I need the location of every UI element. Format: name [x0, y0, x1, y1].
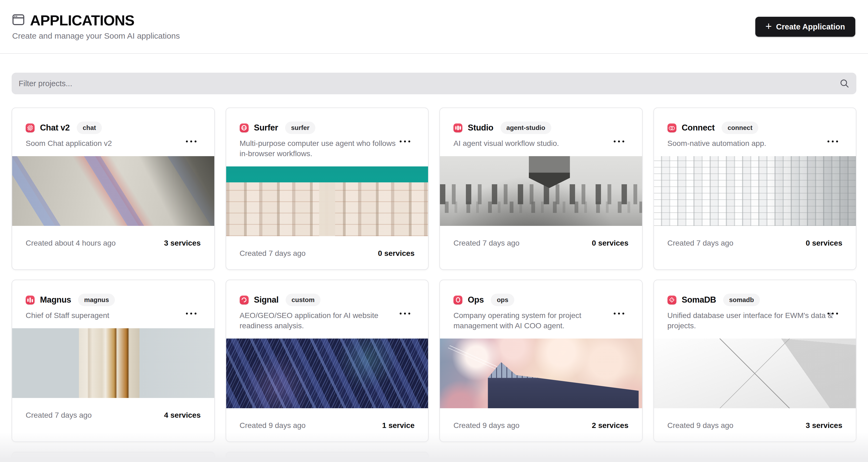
services-count: 0 services: [806, 239, 842, 247]
card-footer: Created 7 days ago 0 services: [226, 236, 428, 258]
created-timestamp: Created 9 days ago: [240, 421, 306, 430]
more-options-button[interactable]: [825, 138, 840, 145]
project-name: Studio: [468, 123, 493, 133]
project-card-studio[interactable]: Studio agent-studio AI agent visual work…: [439, 107, 643, 270]
triple-bars-icon: [457, 126, 459, 130]
project-card-chat[interactable]: Chat v2 chat Soom Chat application v2 Cr…: [11, 107, 215, 270]
project-card-partial[interactable]: [11, 452, 215, 462]
card-header: SomaDB somadb Unified database user inte…: [654, 280, 856, 331]
project-description: Chief of Staff superagent: [26, 310, 192, 321]
project-card-connect[interactable]: Connect connect Soom-native automation a…: [653, 107, 857, 270]
project-slug-badge: ops: [491, 294, 514, 306]
striped-sphere-icon: [27, 125, 33, 131]
projects-grid: Chat v2 chat Soom Chat application v2 Cr…: [0, 107, 868, 462]
project-name: Surfer: [254, 123, 278, 133]
card-footer: Created 9 days ago 2 services: [440, 408, 642, 430]
filter-bar: [11, 73, 857, 94]
project-slug-badge: chat: [77, 122, 102, 134]
curved-hook-icon: [241, 297, 247, 303]
project-slug-badge: surfer: [285, 122, 315, 134]
project-description: Soom-native automation app.: [668, 138, 834, 149]
more-options-button[interactable]: [612, 138, 626, 145]
card-footer: Created 9 days ago 1 service: [226, 408, 428, 430]
globe-icon: [241, 125, 247, 130]
project-thumbnail: [654, 339, 856, 408]
app-icon: [454, 296, 462, 305]
project-card-partial[interactable]: [226, 452, 429, 462]
more-options-button[interactable]: [398, 310, 412, 317]
card-header: Ops ops Company operating system for pro…: [440, 280, 642, 331]
project-thumbnail: [12, 328, 214, 398]
card-footer: Created 9 days ago 3 services: [654, 408, 856, 430]
project-name: Signal: [254, 295, 279, 305]
project-thumbnail: [654, 156, 856, 226]
more-options-button[interactable]: [184, 138, 198, 145]
services-count: 3 services: [806, 421, 842, 430]
project-slug-badge: somadb: [723, 294, 760, 306]
applications-page: APPLICATIONS Create and manage your Soom…: [0, 0, 868, 462]
project-name: Connect: [682, 123, 715, 133]
project-description: Soom Chat application v2: [26, 138, 192, 149]
more-options-button[interactable]: [825, 310, 840, 317]
project-slug-badge: agent-studio: [500, 122, 551, 134]
created-timestamp: Created 7 days ago: [668, 239, 734, 247]
project-thumbnail: [226, 166, 428, 236]
services-count: 3 services: [164, 239, 200, 247]
browser-window-icon: [12, 14, 25, 27]
card-footer: Created 7 days ago 4 services: [12, 398, 214, 420]
project-card-signal[interactable]: Signal custom AEO/GEO/SEO application fo…: [226, 280, 429, 442]
sound-bars-icon: [29, 298, 31, 303]
app-icon: [668, 123, 676, 132]
create-application-label: Create Application: [776, 23, 845, 31]
project-slug-badge: magnus: [78, 294, 115, 306]
ring-icon: [456, 297, 460, 303]
project-name: Ops: [468, 295, 484, 305]
project-description: Unified database user interface for EWM'…: [668, 310, 834, 331]
card-header: Signal custom AEO/GEO/SEO application fo…: [226, 280, 428, 331]
project-description: Company operating system for project man…: [454, 310, 620, 331]
services-count: 4 services: [164, 411, 200, 420]
project-thumbnail: [12, 156, 214, 226]
project-card-somadb[interactable]: SomaDB somadb Unified database user inte…: [653, 280, 857, 442]
project-name: Magnus: [40, 295, 71, 305]
project-thumbnail: [440, 156, 642, 226]
created-timestamp: Created 7 days ago: [240, 249, 306, 258]
app-icon: [668, 296, 676, 305]
app-icon: [240, 123, 249, 132]
created-timestamp: Created 7 days ago: [26, 411, 92, 420]
created-timestamp: Created 9 days ago: [454, 421, 519, 430]
app-icon: [454, 123, 462, 132]
project-card-magnus[interactable]: Magnus magnus Chief of Staff superagent …: [11, 280, 215, 442]
more-options-button[interactable]: [612, 310, 626, 317]
page-subtitle: Create and manage your Soom AI applicati…: [12, 31, 180, 40]
project-card-surfer[interactable]: Surfer surfer Multi-purpose computer use…: [226, 107, 429, 270]
more-options-button[interactable]: [398, 138, 412, 145]
card-header: Surfer surfer Multi-purpose computer use…: [226, 108, 428, 159]
services-count: 2 services: [592, 421, 628, 430]
project-slug-badge: connect: [721, 122, 758, 134]
project-name: SomaDB: [682, 295, 716, 305]
app-icon: [26, 123, 35, 132]
card-footer: Created 7 days ago 0 services: [440, 226, 642, 247]
services-count: 0 services: [378, 249, 414, 258]
project-card-ops[interactable]: Ops ops Company operating system for pro…: [439, 280, 643, 442]
created-timestamp: Created 9 days ago: [668, 421, 734, 430]
created-timestamp: Created about 4 hours ago: [26, 239, 116, 247]
page-header: APPLICATIONS Create and manage your Soom…: [0, 0, 868, 54]
card-footer: Created 7 days ago 0 services: [654, 226, 856, 247]
project-thumbnail: [226, 339, 428, 408]
project-name: Chat v2: [40, 123, 70, 133]
page-title: APPLICATIONS: [30, 12, 134, 29]
search-icon: [840, 79, 849, 89]
more-options-button[interactable]: [184, 310, 198, 317]
services-count: 0 services: [592, 239, 628, 247]
project-thumbnail: [440, 339, 642, 408]
project-description: AI agent visual workflow studio.: [454, 138, 620, 149]
infinity-link-icon: [669, 126, 675, 129]
app-icon: [26, 296, 35, 305]
create-application-button[interactable]: + Create Application: [755, 17, 856, 37]
filter-projects-input[interactable]: [11, 73, 857, 94]
created-timestamp: Created 7 days ago: [454, 239, 519, 247]
services-count: 1 service: [382, 421, 414, 430]
card-footer: Created about 4 hours ago 3 services: [12, 226, 214, 247]
